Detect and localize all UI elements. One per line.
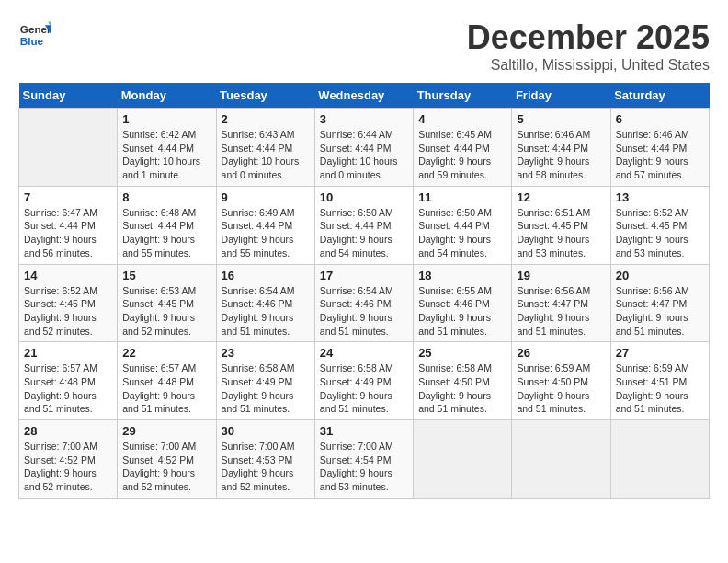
day-number: 8 — [122, 190, 210, 204]
calendar-cell: 10Sunrise: 6:50 AMSunset: 4:44 PMDayligh… — [314, 186, 413, 264]
calendar-cell: 1Sunrise: 6:42 AMSunset: 4:44 PMDaylight… — [118, 109, 216, 187]
week-row-2: 7Sunrise: 6:47 AMSunset: 4:44 PMDaylight… — [19, 186, 710, 264]
calendar-header: SundayMondayTuesdayWednesdayThursdayFrid… — [19, 83, 710, 109]
calendar-body: 1Sunrise: 6:42 AMSunset: 4:44 PMDaylight… — [19, 109, 710, 499]
day-number: 16 — [222, 269, 310, 282]
calendar-cell: 4Sunrise: 6:45 AMSunset: 4:44 PMDaylight… — [414, 109, 512, 187]
day-number: 17 — [320, 269, 408, 282]
calendar-cell: 18Sunrise: 6:55 AMSunset: 4:46 PMDayligh… — [414, 264, 512, 342]
calendar-cell: 6Sunrise: 6:46 AMSunset: 4:44 PMDaylight… — [610, 109, 709, 187]
svg-text:General: General — [20, 23, 51, 35]
day-info: Sunrise: 6:54 AMSunset: 4:46 PMDaylight:… — [222, 284, 310, 339]
day-info: Sunrise: 6:47 AMSunset: 4:44 PMDaylight:… — [24, 206, 112, 260]
calendar-cell: 12Sunrise: 6:51 AMSunset: 4:45 PMDayligh… — [512, 186, 610, 264]
day-info: Sunrise: 6:58 AMSunset: 4:50 PMDaylight:… — [418, 362, 506, 416]
logo-icon: General Blue — [18, 18, 51, 52]
title-section: December 2025 Saltillo, Mississippi, Uni… — [467, 18, 710, 74]
day-number: 21 — [24, 346, 112, 360]
day-number: 25 — [418, 346, 506, 360]
day-number: 14 — [24, 269, 112, 282]
day-info: Sunrise: 6:44 AMSunset: 4:44 PMDaylight:… — [320, 128, 408, 182]
calendar-cell: 15Sunrise: 6:53 AMSunset: 4:45 PMDayligh… — [118, 264, 216, 342]
day-header-sunday: Sunday — [19, 83, 118, 109]
calendar-cell: 9Sunrise: 6:49 AMSunset: 4:44 PMDaylight… — [216, 186, 314, 264]
calendar-cell — [19, 109, 118, 187]
calendar-cell: 2Sunrise: 6:43 AMSunset: 4:44 PMDaylight… — [216, 109, 314, 187]
day-number: 29 — [122, 424, 210, 438]
day-info: Sunrise: 6:43 AMSunset: 4:44 PMDaylight:… — [222, 128, 310, 182]
day-info: Sunrise: 6:45 AMSunset: 4:44 PMDaylight:… — [418, 128, 506, 182]
day-info: Sunrise: 6:54 AMSunset: 4:46 PMDaylight:… — [320, 284, 408, 339]
day-number: 27 — [616, 346, 704, 360]
day-number: 1 — [122, 112, 210, 126]
day-number: 26 — [517, 346, 605, 360]
day-number: 9 — [222, 190, 310, 204]
calendar-cell: 24Sunrise: 6:58 AMSunset: 4:49 PMDayligh… — [314, 342, 413, 420]
week-row-4: 21Sunrise: 6:57 AMSunset: 4:48 PMDayligh… — [19, 342, 710, 420]
day-info: Sunrise: 6:58 AMSunset: 4:49 PMDaylight:… — [222, 362, 310, 416]
calendar-cell: 3Sunrise: 6:44 AMSunset: 4:44 PMDaylight… — [314, 109, 413, 187]
calendar-cell: 14Sunrise: 6:52 AMSunset: 4:45 PMDayligh… — [19, 264, 118, 342]
day-info: Sunrise: 6:57 AMSunset: 4:48 PMDaylight:… — [24, 362, 112, 416]
day-number: 18 — [418, 269, 506, 282]
day-number: 22 — [122, 346, 210, 360]
header: General Blue December 2025 Saltillo, Mis… — [18, 18, 710, 74]
calendar-cell: 29Sunrise: 7:00 AMSunset: 4:52 PMDayligh… — [118, 420, 216, 499]
day-info: Sunrise: 6:56 AMSunset: 4:47 PMDaylight:… — [517, 284, 605, 339]
day-info: Sunrise: 6:55 AMSunset: 4:46 PMDaylight:… — [418, 284, 506, 339]
day-info: Sunrise: 6:58 AMSunset: 4:49 PMDaylight:… — [320, 362, 408, 416]
calendar-cell: 26Sunrise: 6:59 AMSunset: 4:50 PMDayligh… — [512, 342, 610, 420]
day-number: 13 — [616, 190, 704, 204]
calendar-cell: 30Sunrise: 7:00 AMSunset: 4:53 PMDayligh… — [216, 420, 314, 499]
day-info: Sunrise: 7:00 AMSunset: 4:52 PMDaylight:… — [24, 440, 112, 494]
day-number: 12 — [517, 190, 605, 204]
calendar-cell: 25Sunrise: 6:58 AMSunset: 4:50 PMDayligh… — [414, 342, 512, 420]
day-info: Sunrise: 6:46 AMSunset: 4:44 PMDaylight:… — [616, 128, 704, 182]
day-number: 10 — [320, 190, 408, 204]
day-number: 24 — [320, 346, 408, 360]
day-number: 31 — [320, 424, 408, 438]
calendar-cell: 20Sunrise: 6:56 AMSunset: 4:47 PMDayligh… — [610, 264, 709, 342]
calendar-cell: 31Sunrise: 7:00 AMSunset: 4:54 PMDayligh… — [314, 420, 413, 499]
subtitle: Saltillo, Mississippi, United States — [467, 57, 710, 74]
day-header-saturday: Saturday — [610, 83, 709, 109]
day-info: Sunrise: 6:53 AMSunset: 4:45 PMDaylight:… — [122, 284, 210, 339]
day-info: Sunrise: 6:59 AMSunset: 4:50 PMDaylight:… — [517, 362, 605, 416]
day-info: Sunrise: 6:52 AMSunset: 4:45 PMDaylight:… — [24, 284, 112, 339]
day-header-tuesday: Tuesday — [216, 83, 314, 109]
calendar-cell — [512, 420, 610, 499]
day-number: 4 — [418, 112, 506, 126]
day-number: 11 — [418, 190, 506, 204]
day-header-thursday: Thursday — [414, 83, 512, 109]
calendar-cell: 7Sunrise: 6:47 AMSunset: 4:44 PMDaylight… — [19, 186, 118, 264]
week-row-1: 1Sunrise: 6:42 AMSunset: 4:44 PMDaylight… — [19, 109, 710, 187]
calendar-table: SundayMondayTuesdayWednesdayThursdayFrid… — [18, 83, 710, 499]
main-title: December 2025 — [467, 18, 710, 57]
day-header-monday: Monday — [118, 83, 216, 109]
calendar-cell: 16Sunrise: 6:54 AMSunset: 4:46 PMDayligh… — [216, 264, 314, 342]
calendar-cell: 21Sunrise: 6:57 AMSunset: 4:48 PMDayligh… — [19, 342, 118, 420]
day-number: 7 — [24, 190, 112, 204]
calendar-cell: 11Sunrise: 6:50 AMSunset: 4:44 PMDayligh… — [414, 186, 512, 264]
logo: General Blue — [18, 18, 51, 52]
calendar-cell: 28Sunrise: 7:00 AMSunset: 4:52 PMDayligh… — [19, 420, 118, 499]
day-info: Sunrise: 6:52 AMSunset: 4:45 PMDaylight:… — [616, 206, 704, 260]
day-info: Sunrise: 6:50 AMSunset: 4:44 PMDaylight:… — [320, 206, 408, 260]
calendar-cell: 17Sunrise: 6:54 AMSunset: 4:46 PMDayligh… — [314, 264, 413, 342]
day-number: 3 — [320, 112, 408, 126]
calendar-cell — [414, 420, 512, 499]
day-info: Sunrise: 6:48 AMSunset: 4:44 PMDaylight:… — [122, 206, 210, 260]
day-number: 23 — [222, 346, 310, 360]
day-info: Sunrise: 7:00 AMSunset: 4:54 PMDaylight:… — [320, 440, 408, 494]
day-number: 28 — [24, 424, 112, 438]
calendar-cell: 23Sunrise: 6:58 AMSunset: 4:49 PMDayligh… — [216, 342, 314, 420]
day-info: Sunrise: 6:49 AMSunset: 4:44 PMDaylight:… — [222, 206, 310, 260]
calendar-cell: 27Sunrise: 6:59 AMSunset: 4:51 PMDayligh… — [610, 342, 709, 420]
calendar-cell: 13Sunrise: 6:52 AMSunset: 4:45 PMDayligh… — [610, 186, 709, 264]
day-info: Sunrise: 6:56 AMSunset: 4:47 PMDaylight:… — [616, 284, 704, 339]
svg-text:Blue: Blue — [20, 35, 44, 47]
calendar-cell: 5Sunrise: 6:46 AMSunset: 4:44 PMDaylight… — [512, 109, 610, 187]
day-header-wednesday: Wednesday — [314, 83, 413, 109]
day-info: Sunrise: 6:42 AMSunset: 4:44 PMDaylight:… — [122, 128, 210, 182]
day-info: Sunrise: 6:50 AMSunset: 4:44 PMDaylight:… — [418, 206, 506, 260]
